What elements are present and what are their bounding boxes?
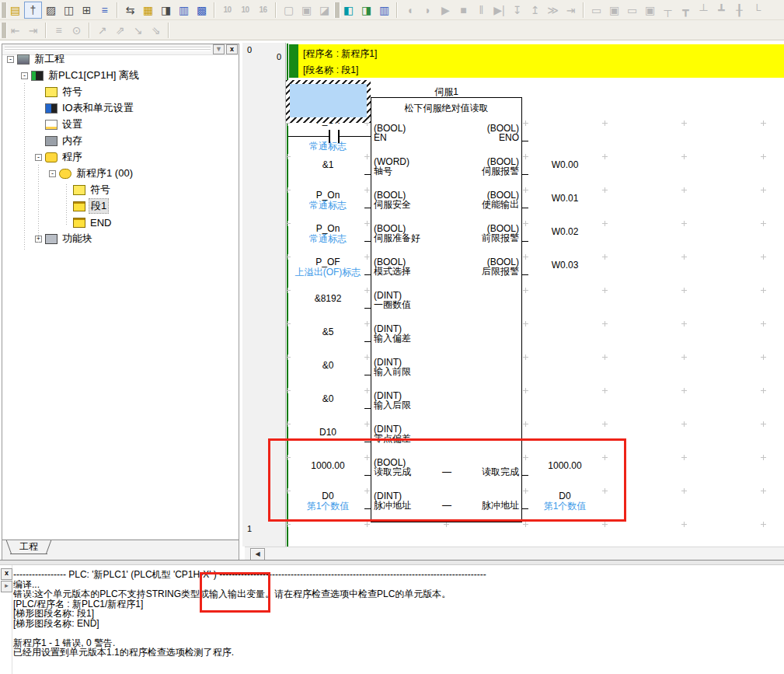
fb-output-operand[interactable]: W0.03 — [526, 260, 604, 271]
new-or-closed-contact-icon[interactable]: ▣ — [641, 2, 659, 19]
toolbar-grip[interactable] — [1, 2, 4, 18]
compile-icon[interactable]: † — [24, 2, 42, 19]
toolbar-grip[interactable] — [334, 2, 337, 18]
fb-input-operand[interactable]: &0 — [289, 394, 367, 404]
collapse-icon[interactable]: - — [49, 170, 56, 177]
fb-input-name[interactable]: 轴号 — [374, 166, 392, 176]
io-table-icon — [45, 103, 57, 113]
monitor-update-icon[interactable]: ◪ — [315, 2, 333, 19]
collapse-icon[interactable]: - — [35, 154, 42, 161]
fb-instance-name[interactable]: 伺服1 — [371, 86, 522, 99]
fb-input-pin-stub — [364, 408, 371, 409]
run-icon[interactable]: ▶ — [437, 2, 455, 19]
tree-item-新工程[interactable]: -新工程 — [7, 52, 66, 66]
mark-edit-icon[interactable]: ↗ — [93, 22, 111, 39]
skip-to-end-icon[interactable]: ⇥ — [562, 2, 580, 19]
close-output-button[interactable]: x — [1, 568, 12, 580]
collapse-icon[interactable]: - — [21, 72, 28, 79]
tree-item-符号[interactable]: 符号 — [63, 183, 112, 197]
pause-monitor-hand-icon[interactable]: ◖ — [401, 2, 419, 19]
tree-item-新PLC1[CP1H] 离线[interactable]: -新PLC1[CP1H] 离线 — [21, 68, 141, 82]
io-comment-icon[interactable]: ▥ — [175, 2, 193, 19]
hex-display-icon[interactable]: 16 — [254, 2, 272, 19]
new-line-corner-icon[interactable]: └ — [748, 2, 766, 19]
fb-output-name[interactable]: 伺服报警 — [404, 166, 519, 176]
collapse-icon[interactable]: - — [7, 56, 14, 63]
symbol-table-icon[interactable]: ▦ — [139, 2, 157, 19]
new-vertical-icon[interactable]: ┬ — [659, 2, 677, 19]
work-online-icon[interactable]: ◧ — [340, 2, 357, 19]
indent-rung-icon[interactable]: ⇥ — [24, 22, 42, 39]
properties-icon[interactable]: ≡ — [96, 2, 113, 19]
fb-output-name[interactable]: ENO — [404, 133, 519, 143]
tree-item-段1[interactable]: 段1 — [63, 199, 109, 213]
fb-output-operand[interactable]: W0.02 — [526, 227, 604, 237]
fb-input-name[interactable]: 输入前限 — [374, 367, 411, 377]
tree-item-符号[interactable]: 符号 — [35, 85, 84, 99]
fb-input-operand[interactable]: D10 — [289, 428, 367, 438]
view-mnemonics-icon[interactable]: ▨ — [42, 2, 60, 19]
fb-input-name[interactable]: EN — [374, 133, 387, 143]
tree-item-新程序1 (00)[interactable]: -新程序1 (00) — [49, 166, 134, 180]
toolbar-grip[interactable] — [1, 23, 4, 38]
decimal-display-icon[interactable]: 10 — [218, 2, 236, 19]
tab-project[interactable]: 工程 — [10, 540, 47, 554]
tree-item-设置[interactable]: 设置 — [35, 117, 84, 131]
fb-output-operand[interactable]: W0.01 — [526, 194, 604, 204]
fb-input-name[interactable]: 一圈数值 — [374, 300, 411, 310]
show-rung-annotations-icon[interactable]: ⊙ — [68, 22, 85, 39]
new-contact-icon[interactable]: ▭ — [587, 2, 605, 19]
fb-output-operand[interactable]: W0.00 — [526, 160, 604, 170]
compare-percent-2-icon[interactable]: ↘ — [129, 22, 147, 39]
step-to-end-icon[interactable]: ▶| — [490, 2, 508, 19]
online-edit-icon[interactable]: ▥ — [375, 2, 393, 19]
watch-window-icon[interactable]: ◨ — [157, 2, 175, 19]
fb-input-name[interactable]: 输入后限 — [374, 400, 411, 410]
show-diagram-window-icon[interactable]: ▤ — [6, 2, 24, 19]
new-closed-coil-icon[interactable]: ┻ — [713, 2, 730, 19]
resume-monitor-hand-icon[interactable]: ◗ — [419, 2, 437, 19]
new-or-contact-icon[interactable]: ▭ — [623, 2, 641, 19]
monitor-pause-icon[interactable]: ▣ — [298, 2, 315, 19]
outdent-rung-icon[interactable]: ⇤ — [6, 22, 24, 39]
grid-plus — [681, 321, 687, 327]
ladder-horizontal-scrollbar[interactable]: ◀ — [245, 547, 784, 561]
new-horizontal-icon[interactable]: ┳ — [677, 2, 695, 19]
new-coil-icon[interactable]: ┴ — [695, 2, 713, 19]
signed-decimal-display-icon[interactable]: 10 — [236, 2, 254, 19]
fb-input-operand[interactable]: &5 — [289, 327, 367, 337]
step-into-icon[interactable]: ↧ — [508, 2, 526, 19]
tree-item-程序[interactable]: -程序 — [35, 150, 84, 164]
stop-icon[interactable]: ■ — [455, 2, 472, 19]
fb-input-operand[interactable]: &0 — [289, 361, 367, 371]
new-instruction-icon[interactable]: ╂ — [730, 2, 748, 19]
fb-output-name[interactable]: 使能输出 — [404, 200, 519, 210]
step-out-icon[interactable]: ↥ — [526, 2, 544, 19]
dock-dropdown-button[interactable]: ▼ — [213, 44, 225, 54]
cross-reference-icon[interactable]: ⇆ — [121, 2, 139, 19]
fb-input-operand[interactable]: &1 — [289, 160, 367, 170]
cancel-edit-icon[interactable]: ⇘ — [147, 22, 165, 39]
show-rung-comments-icon[interactable]: ≡ — [50, 22, 68, 39]
fb-input-operand[interactable]: &8192 — [289, 294, 367, 304]
tree-item-内存[interactable]: 内存 — [35, 134, 84, 148]
tree-item-IO表和单元设置[interactable]: IO表和单元设置 — [35, 101, 135, 115]
fb-input-name[interactable]: 输入偏差 — [374, 334, 411, 344]
new-window-icon[interactable]: ⊞ — [78, 2, 96, 19]
binary-display-icon[interactable]: ▩ — [193, 2, 211, 19]
selected-cell[interactable] — [286, 80, 371, 123]
tree-item-功能块[interactable]: +功能块 — [35, 232, 94, 246]
panel-splitter[interactable] — [0, 560, 784, 565]
tree-item-END[interactable]: END — [63, 215, 113, 229]
compare-percent-icon[interactable]: ⇗ — [111, 22, 129, 39]
fast-forward-icon[interactable]: ≫ — [544, 2, 562, 19]
pause-icon[interactable]: ‖ — [472, 2, 490, 19]
transfer-settings-icon[interactable]: ◨ — [357, 2, 375, 19]
new-closed-contact-icon[interactable]: ▣ — [605, 2, 623, 19]
close-workspace-button[interactable]: x — [226, 44, 238, 54]
fb-output-name[interactable]: 前限报警 — [404, 233, 519, 243]
fb-output-name[interactable]: 后限报警 — [404, 267, 519, 277]
monitor-icon[interactable]: ▢ — [280, 2, 298, 19]
view-symbols-window-icon[interactable]: ◫ — [60, 2, 78, 19]
output-scroll-button[interactable]: ▸ — [1, 581, 12, 592]
